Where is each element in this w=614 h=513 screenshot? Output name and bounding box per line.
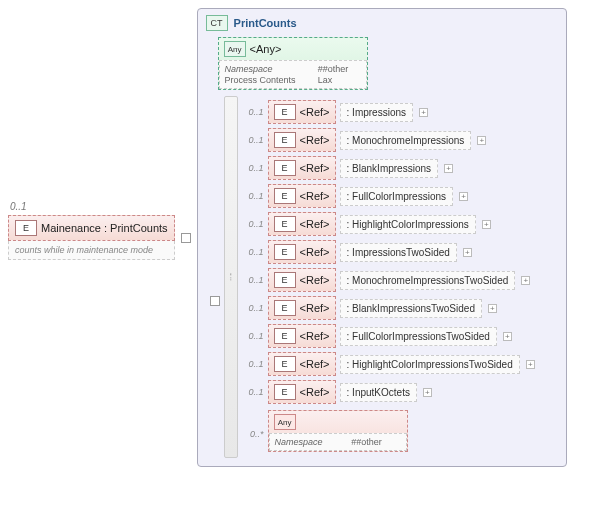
any-key-process: Process Contents [225, 75, 308, 85]
any-val-process: Lax [318, 75, 361, 85]
element-row: 0..1 E <Ref> : HighlightColorImpressions… [242, 352, 535, 376]
ref-label: <Ref> [300, 274, 330, 286]
expand-icon[interactable]: + [419, 108, 428, 117]
any-icon: Any [224, 41, 246, 57]
expand-icon[interactable]: + [463, 248, 472, 257]
element-icon: E [274, 188, 296, 204]
any-key-namespace: Namespace [275, 437, 342, 447]
element-row: 0..1 E <Ref> : BlankImpressions + [242, 156, 535, 180]
type-label: : ImpressionsTwoSided [340, 243, 457, 262]
panel-header: CT PrintCounts [206, 15, 558, 31]
element-icon: E [274, 244, 296, 260]
expand-icon[interactable]: + [482, 220, 491, 229]
occurrence-label: 0..1 [242, 107, 264, 117]
sequence-body: ⦙ 0..1 E <Ref> : Impressions + 0..1 E <R… [210, 96, 558, 458]
expand-icon[interactable]: + [521, 276, 530, 285]
occurrence-label: 0..1 [242, 275, 264, 285]
ref-element[interactable]: E <Ref> [268, 100, 336, 124]
expand-icon[interactable]: + [477, 136, 486, 145]
ref-label: <Ref> [300, 190, 330, 202]
element-icon: E [274, 160, 296, 176]
ref-element[interactable]: E <Ref> [268, 380, 336, 404]
type-label: : BlankImpressions [340, 159, 438, 178]
sequence-icon: ⦙ [230, 272, 232, 283]
sequence-bar[interactable]: ⦙ [224, 96, 238, 458]
element-row: 0..1 E <Ref> : InputKOctets + [242, 380, 535, 404]
ref-element[interactable]: E <Ref> [268, 128, 336, 152]
ref-label: <Ref> [300, 302, 330, 314]
element-row: 0..1 E <Ref> : MonochromeImpressionsTwoS… [242, 268, 535, 292]
ref-element[interactable]: E <Ref> [268, 324, 336, 348]
occurrence-label: 0..1 [242, 331, 264, 341]
ref-label: <Ref> [300, 386, 330, 398]
any-key-namespace: Namespace [225, 64, 308, 74]
type-label: : HighlightColorImpressions [340, 215, 476, 234]
element-row: 0..1 E <Ref> : MonochromeImpressions + [242, 128, 535, 152]
schema-diagram: 0..1 E Mainenance : PrintCounts counts w… [8, 8, 606, 467]
expand-icon[interactable]: + [526, 360, 535, 369]
element-row: 0..1 E <Ref> : Impressions + [242, 100, 535, 124]
complextype-panel: CT PrintCounts Any <Any> Namespace ##oth… [197, 8, 567, 467]
occurrence-label: 0..1 [242, 135, 264, 145]
complextype-icon: CT [206, 15, 228, 31]
element-label: Mainenance : PrintCounts [41, 222, 168, 234]
ref-label: <Ref> [300, 218, 330, 230]
panel-title: PrintCounts [234, 17, 297, 29]
ref-element[interactable]: E <Ref> [268, 156, 336, 180]
element-row: 0..1 E <Ref> : HighlightColorImpressions… [242, 212, 535, 236]
ref-label: <Ref> [300, 134, 330, 146]
ref-element[interactable]: E <Ref> [268, 352, 336, 376]
element-row: 0..1 E <Ref> : ImpressionsTwoSided + [242, 240, 535, 264]
ref-element[interactable]: E <Ref> [268, 184, 336, 208]
type-label: : BlankImpressionsTwoSided [340, 299, 482, 318]
any-label: <Any> [250, 43, 282, 55]
occurrence-label: 0..1 [242, 191, 264, 201]
ref-element[interactable]: E <Ref> [268, 296, 336, 320]
type-label: : FullColorImpressions [340, 187, 453, 206]
type-label: : HighlightColorImpressionsTwoSided [340, 355, 520, 374]
expand-icon[interactable]: + [423, 388, 432, 397]
ref-label: <Ref> [300, 246, 330, 258]
ref-label: <Ref> [300, 358, 330, 370]
occurrence-label: 0..1 [242, 247, 264, 257]
ref-element[interactable]: E <Ref> [268, 268, 336, 292]
any-bottom-block[interactable]: AnyNamespace##other [268, 410, 408, 452]
element-row: 0..1 E <Ref> : FullColorImpressionsTwoSi… [242, 324, 535, 348]
occurrence-label: 0..1 [242, 219, 264, 229]
element-icon: E [274, 300, 296, 316]
element-icon: E [274, 384, 296, 400]
expand-icon[interactable]: + [503, 332, 512, 341]
occurrence-label: 0..1 [10, 201, 27, 212]
expand-icon[interactable]: + [488, 304, 497, 313]
element-row: 0..1 E <Ref> : BlankImpressionsTwoSided … [242, 296, 535, 320]
connector-icon[interactable] [210, 296, 220, 306]
ref-element[interactable]: E <Ref> [268, 212, 336, 236]
ref-element[interactable]: E <Ref> [268, 240, 336, 264]
element-icon: E [274, 104, 296, 120]
root-element-card: 0..1 E Mainenance : PrintCounts counts w… [8, 215, 175, 260]
any-val-namespace: ##other [351, 437, 400, 447]
expand-icon[interactable]: + [444, 164, 453, 173]
type-label: : FullColorImpressionsTwoSided [340, 327, 497, 346]
expand-icon[interactable]: + [459, 192, 468, 201]
any-bottom-row: 0..*AnyNamespace##other [242, 410, 535, 458]
element-icon: E [274, 216, 296, 232]
element-description: counts while in maintenance mode [8, 241, 175, 260]
children-list: 0..1 E <Ref> : Impressions + 0..1 E <Ref… [242, 96, 535, 458]
connector-icon[interactable] [181, 233, 191, 243]
type-label: : Impressions [340, 103, 413, 122]
occurrence-label: 0..1 [242, 163, 264, 173]
occurrence-label: 0..1 [242, 359, 264, 369]
mainenance-element[interactable]: E Mainenance : PrintCounts [8, 215, 175, 241]
element-icon: E [274, 132, 296, 148]
any-details: Namespace ##other Process Contents Lax [219, 60, 367, 89]
occurrence-label: 0..* [242, 429, 264, 439]
ref-label: <Ref> [300, 330, 330, 342]
type-label: : MonochromeImpressionsTwoSided [340, 271, 516, 290]
occurrence-label: 0..1 [242, 387, 264, 397]
element-row: 0..1 E <Ref> : FullColorImpressions + [242, 184, 535, 208]
element-icon: E [15, 220, 37, 236]
ref-label: <Ref> [300, 106, 330, 118]
any-icon: Any [274, 414, 296, 430]
any-top-block[interactable]: Any <Any> Namespace ##other Process Cont… [218, 37, 368, 90]
